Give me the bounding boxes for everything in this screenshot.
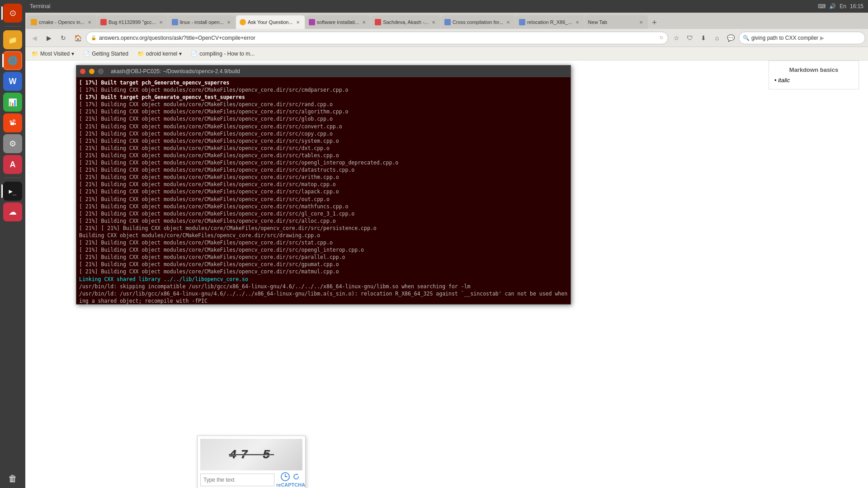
term-line: Building CXX object modules/core/CMakeFi…	[79, 232, 568, 239]
term-line: [ 21%] Building CXX object modules/core/…	[79, 181, 568, 188]
folder-icon-2: 📁	[137, 51, 144, 57]
tab-close-newtab[interactable]: ✕	[638, 19, 644, 25]
launcher-ubuntu-icon[interactable]: ⊙	[3, 4, 22, 23]
tab-close-bug[interactable]: ✕	[158, 19, 164, 25]
tab-label-cross: Cross compilation for...	[453, 19, 503, 25]
tab-close-software[interactable]: ✕	[361, 19, 367, 25]
captcha-input[interactable]	[200, 474, 274, 486]
tab-label-relocation: relocation R_X86_...	[527, 19, 572, 25]
tab-favicon-software	[309, 19, 315, 25]
reload-button[interactable]: ↻	[57, 32, 70, 44]
recaptcha-refresh-icon[interactable]	[292, 472, 301, 481]
url-text: answers.opencv.org/questions/ask/?title=…	[99, 35, 657, 41]
launcher-settings-icon[interactable]: ⚙	[3, 134, 22, 153]
tab-close-relocation[interactable]: ✕	[574, 19, 580, 25]
bookmark-getting-started-label: Getting Started	[92, 51, 128, 57]
captcha-overlay: 47 5	[197, 436, 306, 488]
terminal-maximize-button[interactable]	[98, 69, 104, 74]
sound-icon: 🔊	[829, 3, 836, 9]
bookmark-compiling-label: compiling - How to m...	[199, 51, 255, 57]
tab-close-sachdeva[interactable]: ✕	[430, 19, 437, 25]
search-icon: 🔍	[743, 35, 750, 41]
term-line: [ 21%] Building CXX object modules/core/…	[79, 196, 568, 203]
comments-button[interactable]: 💬	[724, 32, 737, 44]
tab-software[interactable]: software installati... ✕	[305, 15, 371, 29]
bookmark-getting-started[interactable]: 📄 Getting Started	[80, 50, 131, 58]
term-line: [ 21%] Building CXX object modules/core/…	[79, 239, 568, 246]
browser-window: cmake - Opencv in... ✕ Bug #1132899 "gcc…	[25, 13, 868, 488]
term-line: [ 21%] Building CXX object modules/core/…	[79, 137, 568, 145]
term-line: [ 21%] Building CXX object modules/core/…	[79, 166, 568, 174]
terminal-close-button[interactable]	[80, 69, 85, 74]
launcher-writer-icon[interactable]: W	[3, 72, 22, 91]
tab-cross[interactable]: Cross compilation for... ✕	[441, 15, 515, 29]
browser-home-button[interactable]: ⌂	[711, 32, 723, 44]
term-line: /usr/bin/ld: skipping incompatible /usr/…	[79, 283, 568, 290]
term-line: [ 21%] Building CXX object modules/core/…	[79, 145, 568, 152]
captcha-input-row: reCAPTCHA	[200, 472, 302, 488]
term-line: [ 17%] Building CXX object modules/core/…	[79, 86, 568, 94]
url-bar[interactable]: 🔓 answers.opencv.org/questions/ask/?titl…	[86, 32, 668, 44]
term-line: [ 21%] Building CXX object modules/core/…	[79, 174, 568, 181]
tab-close-ask[interactable]: ✕	[295, 19, 301, 25]
shield-button[interactable]: 🛡	[684, 32, 696, 44]
tab-close-cmake[interactable]: ✕	[86, 19, 93, 25]
bookmark-most-visited-label: Most Visited	[40, 51, 70, 57]
term-line: [ 21%] Building CXX object modules/core/…	[79, 268, 568, 275]
term-line: [ 21%] Building CXX object modules/core/…	[79, 152, 568, 159]
tab-bug[interactable]: Bug #1132899 "gcc... ✕	[97, 15, 168, 29]
terminal-body[interactable]: [ 17%] Built target pch_Generate_opencv_…	[76, 77, 571, 304]
term-line: [ 21%] Building CXX object modules/core/…	[79, 108, 568, 115]
star-button[interactable]: ☆	[670, 32, 683, 44]
tab-favicon-sachdeva	[375, 19, 381, 25]
nav-bar: ◀ ▶ ↻ 🏠 🔓 answers.opencv.org/questions/a…	[25, 29, 868, 47]
tab-close-linux[interactable]: ✕	[226, 19, 232, 25]
download-button[interactable]: ⬇	[697, 32, 710, 44]
search-arrow-icon[interactable]: ▶	[820, 35, 824, 41]
tab-relocation[interactable]: relocation R_X86_... ✕	[515, 15, 584, 29]
term-line: [ 21%] [ 21%] Building CXX object module…	[79, 225, 568, 232]
tab-newtab[interactable]: New Tab ✕	[585, 15, 648, 29]
url-refresh-icon[interactable]: ↻	[660, 35, 663, 40]
terminal-minimize-button[interactable]	[89, 69, 94, 74]
forward-button[interactable]: ▶	[42, 32, 55, 44]
search-bar[interactable]: 🔍 giving path to CXX compiler ▶	[739, 32, 865, 44]
folder-icon: 📁	[32, 51, 38, 57]
captcha-text: 47 5	[229, 448, 274, 462]
chevron-down-icon-2: ▾	[179, 51, 182, 57]
home-button[interactable]: 🏠	[71, 32, 84, 44]
app-name: Terminal	[30, 3, 50, 9]
launcher-terminal-icon[interactable]: ▶_	[3, 182, 22, 201]
term-line: [ 21%] Building CXX object modules/core/…	[79, 123, 568, 130]
term-line: ing a shared object; recompile with -fPI…	[79, 297, 568, 304]
tab-cmake[interactable]: cmake - Opencv in... ✕	[27, 15, 96, 29]
recaptcha-icon	[281, 472, 290, 481]
tab-favicon-linux	[172, 19, 178, 25]
launcher-calc-icon[interactable]: 📊	[3, 93, 22, 112]
launcher-firefox-icon[interactable]: 🌐	[3, 51, 22, 70]
tab-favicon-bug	[100, 19, 107, 25]
markdown-basics: Markdown basics • italic	[769, 61, 859, 89]
new-tab-button[interactable]: +	[648, 16, 661, 29]
bookmark-compiling[interactable]: 📄 compiling - How to m...	[188, 50, 257, 58]
bookmark-most-visited[interactable]: 📁 Most Visited ▾	[29, 50, 77, 58]
launcher-files-icon[interactable]: 📁	[3, 30, 22, 49]
keyboard-icon: ⌨	[818, 3, 826, 9]
tab-ask[interactable]: Ask Your Question... ✕	[236, 15, 305, 29]
tab-label-newtab: New Tab	[588, 19, 636, 25]
tab-favicon-relocation	[519, 19, 525, 25]
term-line: [ 17%] Built target pch_Generate_opencv_…	[79, 94, 568, 101]
launcher-ubuntu-one-icon[interactable]: ☁	[3, 202, 22, 221]
term-line: [ 21%] Building CXX object modules/core/…	[79, 217, 568, 225]
ubuntu-launcher: ⊙ 📁 🌐 W 📊 📽 ⚙ A ▶_ ☁ 🗑	[0, 0, 25, 488]
tab-close-cross[interactable]: ✕	[505, 19, 511, 25]
bookmark-odroid[interactable]: 📁 odroid kernel ▾	[135, 50, 184, 58]
terminal-window[interactable]: akash@OBJ-PC025: ~/Downloads/opencv-2.4.…	[76, 65, 571, 305]
tab-sachdeva[interactable]: Sachdeva, Akash -... ✕	[371, 15, 440, 29]
launcher-software-icon[interactable]: A	[3, 155, 22, 174]
back-button[interactable]: ◀	[28, 32, 41, 44]
launcher-trash-icon[interactable]: 🗑	[3, 469, 22, 488]
captcha-logo: reCAPTCHA	[276, 472, 305, 488]
tab-linux[interactable]: linux - install open... ✕	[168, 15, 236, 29]
launcher-impress-icon[interactable]: 📽	[3, 113, 22, 132]
